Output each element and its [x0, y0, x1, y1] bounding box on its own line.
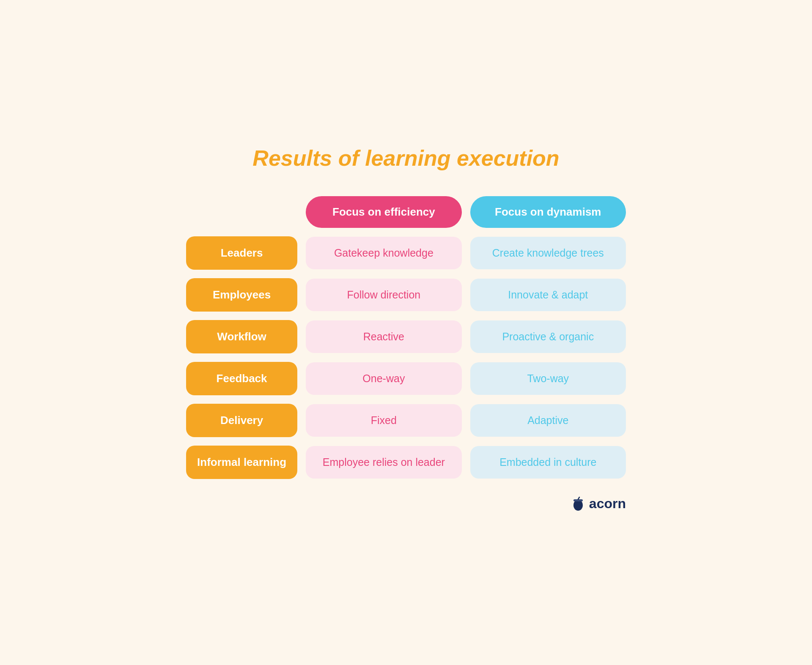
acorn-logo-text: acorn — [589, 496, 626, 512]
table-row: DeliveryFixedAdaptive — [186, 404, 626, 437]
footer: acorn — [186, 496, 626, 512]
table-row: Informal learningEmployee relies on lead… — [186, 446, 626, 479]
table-header-row: Focus on efficiency Focus on dynamism — [186, 196, 626, 228]
row-dynamism-1: Innovate & adapt — [470, 279, 626, 311]
row-efficiency-5: Employee relies on leader — [306, 446, 461, 479]
row-dynamism-4: Adaptive — [470, 404, 626, 437]
row-efficiency-4: Fixed — [306, 404, 461, 437]
page-title: Results of learning execution — [186, 145, 626, 171]
row-label-2: Workflow — [186, 320, 297, 353]
row-label-5: Informal learning — [186, 446, 297, 479]
row-efficiency-1: Follow direction — [306, 279, 461, 311]
header-dynamism: Focus on dynamism — [470, 196, 626, 228]
row-dynamism-0: Create knowledge trees — [470, 237, 626, 269]
table-row: WorkflowReactiveProactive & organic — [186, 320, 626, 353]
table-row: EmployeesFollow directionInnovate & adap… — [186, 278, 626, 312]
row-label-4: Delivery — [186, 404, 297, 437]
acorn-logo: acorn — [571, 496, 626, 512]
row-dynamism-5: Embedded in culture — [470, 446, 626, 479]
table-rows-container: LeadersGatekeep knowledgeCreate knowledg… — [186, 236, 626, 479]
table-row: LeadersGatekeep knowledgeCreate knowledg… — [186, 236, 626, 270]
row-efficiency-0: Gatekeep knowledge — [306, 237, 461, 269]
row-efficiency-3: One-way — [306, 362, 461, 395]
header-empty-cell — [186, 196, 297, 228]
row-label-0: Leaders — [186, 236, 297, 270]
header-efficiency: Focus on efficiency — [306, 196, 461, 228]
row-label-1: Employees — [186, 278, 297, 312]
table-row: FeedbackOne-wayTwo-way — [186, 362, 626, 395]
row-label-3: Feedback — [186, 362, 297, 395]
acorn-icon — [571, 496, 586, 511]
page-wrapper: Results of learning execution Focus on e… — [152, 120, 660, 545]
comparison-table: Focus on efficiency Focus on dynamism Le… — [186, 196, 626, 479]
row-dynamism-3: Two-way — [470, 362, 626, 395]
row-dynamism-2: Proactive & organic — [470, 320, 626, 353]
row-efficiency-2: Reactive — [306, 320, 461, 353]
svg-line-3 — [578, 497, 579, 499]
